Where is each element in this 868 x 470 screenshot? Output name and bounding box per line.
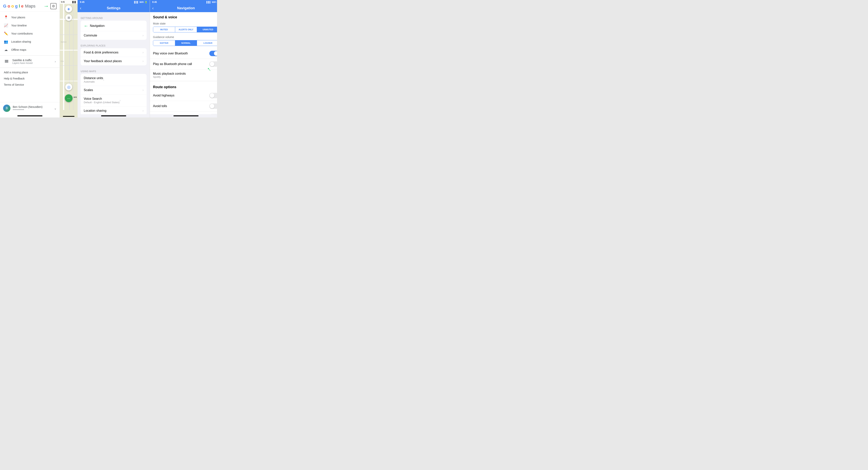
home-indicator: [18, 115, 42, 116]
settings-title: Settings: [107, 6, 120, 10]
voice-search-row[interactable]: Voice Search Default - English (United S…: [81, 95, 147, 106]
commute-chevron-icon: ›: [143, 34, 144, 37]
sidebar-link-add-place[interactable]: Add a missing place: [0, 69, 60, 75]
settings-home-indicator: [101, 115, 126, 116]
mute-state-section: Mute state MUTED ALERTS ONLY UNMUTED: [150, 21, 217, 34]
settings-content: GETTING AROUND ← Navigation › Commute › …: [78, 12, 150, 114]
directions-button[interactable]: ◈: [65, 5, 72, 12]
map-home-indicator: [63, 116, 74, 117]
mute-alerts-button[interactable]: ALERTS ONLY: [175, 27, 197, 32]
avatar-inner: B: [3, 104, 10, 112]
scales-label: Scales: [84, 88, 143, 92]
music-playback-label: Music playback controls: [153, 72, 217, 75]
mute-muted-button[interactable]: MUTED: [153, 27, 175, 32]
location-sharing-settings-row[interactable]: Location sharing ›: [81, 106, 147, 114]
svg-rect-1: [5, 61, 8, 62]
offline-maps-icon: ☁: [4, 48, 8, 52]
vol-normal-button[interactable]: NORMAL: [175, 40, 197, 46]
settings-battery-icon: 🔋: [145, 1, 147, 3]
bluetooth-phone-toggle[interactable]: [209, 61, 217, 67]
navigation-row[interactable]: ← Navigation ›: [81, 21, 147, 31]
commute-label: Commute: [84, 34, 143, 37]
settings-panel: 9:45 ▌▌▌ WiFi 🔋 ‹ Settings GETTING AROUN…: [78, 0, 150, 118]
scales-chevron-icon: ›: [143, 88, 144, 92]
avoid-tolls-row: Avoid tolls: [150, 101, 217, 112]
user-chevron-down-icon[interactable]: ⌄: [54, 106, 57, 110]
sidebar-link-tos[interactable]: Terms of Service: [0, 82, 60, 88]
settings-wifi-icon: WiFi: [140, 1, 144, 3]
volume-group: SOFTER NORMAL LOUDER: [153, 40, 217, 46]
route-options-section: Route options: [150, 81, 217, 90]
sidebar-label-location-sharing: Location sharing: [11, 40, 31, 43]
settings-back-button[interactable]: ‹: [80, 6, 81, 11]
svg-text:Hartford: Hartford: [61, 41, 66, 43]
avoid-ferries-row: Avoid ferries: [150, 112, 217, 114]
vol-softer-button[interactable]: SOFTER: [153, 40, 175, 46]
feedback-row[interactable]: Your feedback about places ›: [81, 57, 147, 65]
distance-units-chevron-icon: ›: [103, 78, 104, 82]
green-arrow-icon: →: [43, 3, 49, 9]
user-sub: ••••••••••••••: [13, 108, 52, 111]
my-location-button[interactable]: ◎: [65, 84, 72, 91]
map-status-bar: 9:45 ▌▌▌: [60, 0, 78, 4]
user-avatar[interactable]: B: [3, 104, 10, 112]
feedback-chevron-icon: ›: [143, 59, 144, 63]
sidebar-divider-2: [0, 67, 60, 68]
sidebar-item-offline-maps[interactable]: ☁ Offline maps: [0, 46, 60, 54]
vol-louder-button[interactable]: LOUDER: [197, 40, 217, 46]
sidebar-item-your-timeline[interactable]: 📈 Your timeline: [0, 22, 60, 30]
location-sharing-chevron-icon: ›: [143, 109, 144, 113]
layers-button[interactable]: ⊞: [65, 14, 72, 21]
voice-search-chevron-icon: ›: [120, 99, 121, 102]
feedback-label: Your feedback about places: [84, 59, 143, 63]
sidebar-item-your-contributions[interactable]: ✏️ Your contributions: [0, 30, 60, 38]
user-info: Ben Schoon (NexusBen) ••••••••••••••: [13, 105, 52, 111]
bluetooth-voice-label: Play voice over Bluetooth: [153, 52, 209, 55]
bluetooth-voice-toggle[interactable]: [209, 51, 217, 56]
timeline-icon: 📈: [4, 23, 8, 28]
avoid-ferries-toggle[interactable]: [209, 114, 217, 114]
nav-wifi-icon: WiFi: [212, 1, 216, 3]
avoid-highways-toggle[interactable]: [209, 93, 217, 98]
avoid-highways-row: Avoid highways: [150, 90, 217, 101]
navigation-row-text: ← Navigation: [84, 23, 104, 29]
sidebar-label-your-places: Your places: [11, 16, 25, 19]
sidebar-item-location-sharing[interactable]: 👥 Location sharing: [0, 38, 60, 46]
sidebar-item-satellite[interactable]: Satellite & traffic Layers have moved ›: [0, 57, 60, 66]
mute-unmuted-button[interactable]: UNMUTED: [197, 27, 217, 32]
music-playback-row[interactable]: Music playback controls Spotify ›: [150, 69, 217, 81]
music-playback-text: Music playback controls Spotify: [153, 72, 217, 78]
guidance-volume-label: Guidance volume: [153, 35, 217, 39]
map-time: 9:45: [61, 1, 65, 3]
settings-section-exploring: EXPLORING PLACES: [78, 43, 150, 48]
contributions-icon: ✏️: [4, 31, 8, 36]
explore-fab-button[interactable]: ···: [65, 94, 72, 102]
settings-group-exploring: Food & drink preferences › Your feedback…: [81, 48, 147, 65]
commute-row[interactable]: Commute ›: [81, 31, 147, 40]
distance-units-row[interactable]: Distance units Automatic ›: [81, 74, 147, 86]
map-panel: 9:45 ▌▌▌ Hartford Pi Dr ◈ ⊞ ◎ ··· ore: [60, 0, 78, 118]
navigation-panel: 9:45 ▌▌▌ WiFi 🔋 ‹ Navigation Sound & voi…: [150, 0, 217, 118]
navigation-title: Navigation: [177, 6, 195, 10]
settings-gear-button[interactable]: ⚙: [50, 3, 57, 9]
guidance-volume-section: Guidance volume SOFTER NORMAL LOUDER: [150, 34, 217, 48]
nav-status-right: ▌▌▌ WiFi 🔋: [207, 1, 217, 3]
settings-signal-icon: ▌▌▌: [134, 1, 138, 3]
scales-row[interactable]: Scales ›: [81, 86, 147, 95]
sidebar-item-your-places[interactable]: 📍 Your places: [0, 13, 60, 22]
avoid-tolls-toggle[interactable]: [209, 103, 217, 109]
settings-section-using-maps: USING MAPS: [78, 68, 150, 74]
navigation-back-button[interactable]: ‹: [152, 6, 154, 11]
arrow-gear-container: → ⚙: [43, 3, 57, 9]
logo-g2: g: [15, 4, 18, 9]
sidebar-divider: [0, 55, 60, 56]
toggle-knob-3: [210, 93, 214, 98]
logo-o1: o: [7, 4, 10, 9]
mute-state-label: Mute state: [153, 22, 217, 25]
sound-voice-title: Sound & voice: [150, 12, 217, 21]
sidebar-link-help[interactable]: Help & Feedback: [0, 75, 60, 82]
food-drink-row[interactable]: Food & drink preferences ›: [81, 48, 147, 57]
navigation-content: Sound & voice Mute state MUTED ALERTS ON…: [150, 12, 217, 114]
place-icon: 📍: [4, 15, 8, 20]
nav-signal-icon: ▌▌▌: [207, 1, 211, 3]
